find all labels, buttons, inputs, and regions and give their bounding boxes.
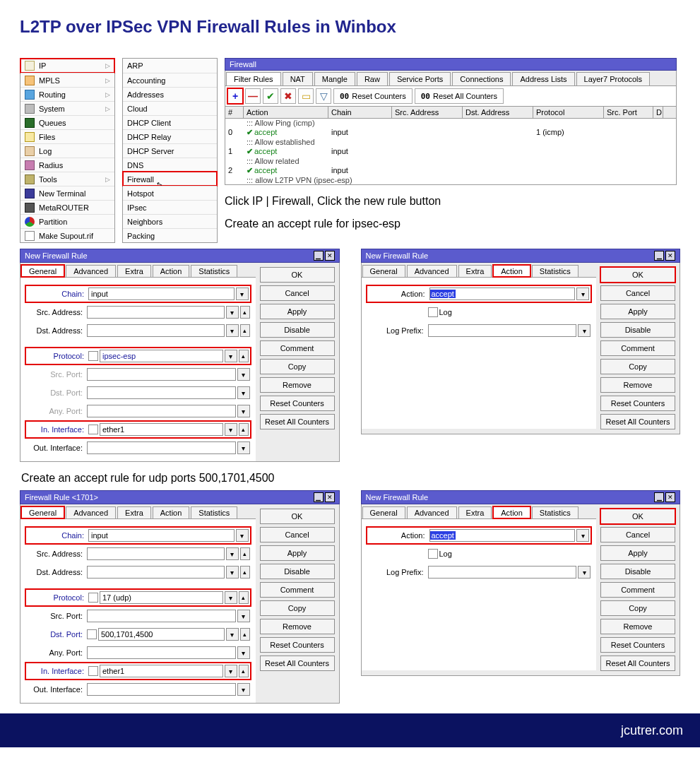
submenu-item-accounting[interactable]: Accounting [123, 73, 217, 87]
column-header[interactable]: Dst. Address [463, 107, 533, 118]
tab-action[interactable]: Action [153, 265, 190, 277]
filter-button[interactable]: ▽ [316, 88, 331, 104]
minimize-button[interactable]: ▁ [654, 492, 664, 502]
dropdown-icon[interactable]: ▾ [226, 547, 239, 560]
remove-button[interactable]: Remove [260, 377, 335, 393]
collapse-icon[interactable]: ▴ [240, 628, 250, 641]
tab-statistics[interactable]: Statistics [532, 506, 579, 518]
submenu-item-packing[interactable]: Packing [123, 228, 217, 242]
sidebar-item-tools[interactable]: Tools▷ [20, 172, 114, 186]
close-button[interactable]: ✕ [325, 251, 335, 261]
field-input[interactable] [88, 287, 235, 300]
reset_counters-button[interactable]: Reset Counters [600, 637, 675, 653]
column-header[interactable]: Chain [328, 107, 392, 118]
apply-button[interactable]: Apply [600, 304, 675, 319]
minimize-button[interactable]: ▁ [314, 492, 324, 502]
tab-layer7-protocols[interactable]: Layer7 Protocols [576, 72, 651, 85]
field-input[interactable] [88, 529, 235, 542]
remove-button[interactable]: Remove [600, 377, 675, 393]
copy-button[interactable]: Copy [260, 359, 335, 374]
submenu-item-dhcp-relay[interactable]: DHCP Relay [123, 129, 217, 143]
close-button[interactable]: ✕ [325, 492, 335, 502]
minimize-button[interactable]: ▁ [314, 251, 324, 261]
reset-counters-button[interactable]: 00Reset Counters [333, 88, 413, 104]
collapse-icon[interactable]: ▴ [240, 566, 250, 579]
sidebar-item-system[interactable]: System▷ [20, 101, 114, 115]
tab-action[interactable]: Action [153, 506, 190, 518]
tab-advanced[interactable]: Advanced [407, 506, 457, 518]
cancel-button[interactable]: Cancel [260, 527, 335, 542]
collapse-icon[interactable]: ▴ [239, 591, 249, 604]
dropdown-icon[interactable]: ▾ [226, 306, 239, 319]
sidebar-item-make-supout-rif[interactable]: Make Supout.rif [20, 228, 114, 242]
tab-extra[interactable]: Extra [117, 506, 151, 518]
disable-button[interactable]: Disable [600, 322, 675, 338]
dropdown-icon[interactable]: ▾ [226, 324, 239, 337]
cancel-button[interactable]: Cancel [260, 285, 335, 301]
tab-raw[interactable]: Raw [357, 72, 388, 85]
tab-advanced[interactable]: Advanced [66, 506, 116, 518]
field-input[interactable] [87, 566, 225, 579]
disable-rule-button[interactable]: ✖ [280, 88, 296, 104]
dropdown-icon[interactable]: ▾ [237, 646, 250, 659]
apply-button[interactable]: Apply [260, 545, 335, 561]
submenu-item-addresses[interactable]: Addresses [123, 87, 217, 101]
field-input[interactable] [100, 423, 223, 436]
tab-action[interactable]: Action [493, 265, 530, 277]
dropdown-icon[interactable]: ▾ [578, 566, 591, 579]
tab-address-lists[interactable]: Address Lists [512, 72, 574, 85]
field-input[interactable]: accept [429, 529, 576, 542]
ok-button[interactable]: OK [260, 509, 335, 524]
submenu-item-dns[interactable]: DNS [123, 158, 217, 172]
field-input[interactable] [87, 306, 225, 319]
dropdown-icon[interactable]: ▾ [237, 610, 250, 622]
submenu-item-hotspot[interactable]: Hotspot [123, 186, 217, 200]
dropdown-icon[interactable]: ▾ [578, 324, 591, 337]
comment-button[interactable]: Comment [260, 582, 335, 598]
tab-statistics[interactable]: Statistics [532, 265, 579, 277]
column-header[interactable]: Src. Address [392, 107, 463, 118]
comment-button[interactable]: ▭ [298, 88, 314, 104]
apply-button[interactable]: Apply [260, 304, 335, 319]
submenu-item-arp[interactable]: ARP [123, 59, 217, 73]
field-input[interactable] [98, 628, 225, 641]
collapse-icon[interactable]: ▴ [239, 665, 249, 677]
log-checkbox[interactable] [428, 307, 438, 317]
table-row[interactable]: 2✔acceptinput [225, 165, 676, 176]
comment-button[interactable]: Comment [600, 340, 675, 356]
tab-general[interactable]: General [21, 506, 64, 518]
tab-advanced[interactable]: Advanced [407, 265, 457, 277]
reset_all-button[interactable]: Reset All Counters [600, 656, 675, 671]
tab-extra[interactable]: Extra [117, 265, 151, 277]
sidebar-item-log[interactable]: Log [20, 143, 114, 158]
field-input[interactable] [100, 665, 223, 677]
dropdown-icon[interactable]: ▾ [225, 665, 237, 677]
cancel-button[interactable]: Cancel [600, 285, 675, 301]
disable-button[interactable]: Disable [600, 564, 675, 579]
not-checkbox[interactable] [88, 351, 98, 361]
comment-button[interactable]: Comment [600, 582, 675, 598]
dropdown-icon[interactable]: ▾ [236, 529, 249, 542]
sidebar-item-queues[interactable]: Queues [20, 115, 114, 129]
not-checkbox[interactable] [88, 593, 98, 603]
reset_all-button[interactable]: Reset All Counters [600, 414, 675, 429]
field-input[interactable] [87, 646, 236, 659]
dropdown-icon[interactable]: ▾ [237, 368, 250, 381]
tab-statistics[interactable]: Statistics [191, 506, 237, 518]
submenu-item-neighbors[interactable]: Neighbors [123, 214, 217, 228]
dropdown-icon[interactable]: ▾ [237, 683, 250, 696]
field-input[interactable] [100, 350, 223, 362]
enable-rule-button[interactable]: ✔ [263, 88, 278, 104]
tab-mangle[interactable]: Mangle [314, 72, 355, 85]
column-header[interactable]: Src. Port [604, 107, 653, 118]
sidebar-item-files[interactable]: Files [20, 129, 114, 143]
tab-service-ports[interactable]: Service Ports [389, 72, 451, 85]
sidebar-item-partition[interactable]: Partition [20, 214, 114, 228]
field-input[interactable] [87, 683, 236, 696]
field-input[interactable] [87, 368, 236, 381]
reset_all-button[interactable]: Reset All Counters [260, 414, 335, 429]
table-row[interactable]: 0✔acceptinput1 (icmp) [225, 127, 676, 138]
field-input[interactable] [428, 566, 577, 579]
tab-filter-rules[interactable]: Filter Rules [226, 72, 281, 85]
field-input[interactable]: accept [429, 287, 576, 300]
